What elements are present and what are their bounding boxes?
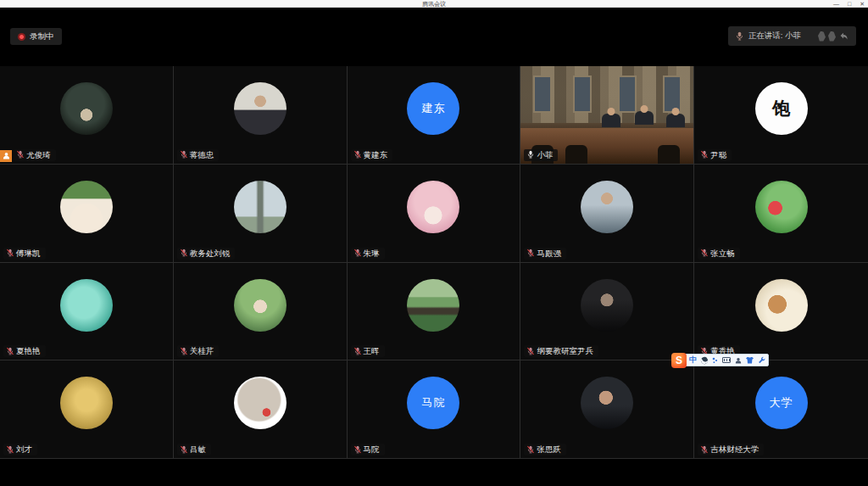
participant-tile[interactable]: 教务处刘锐 xyxy=(174,165,348,263)
muted-mic-icon xyxy=(701,445,708,454)
name-label: 纲要教研室尹兵 xyxy=(524,345,598,357)
video-chair xyxy=(658,145,680,164)
window-title: 腾讯会议 xyxy=(0,0,868,8)
name-label: 关桂芹 xyxy=(177,345,220,357)
avatar-initials: 马院 xyxy=(421,395,445,411)
participant-tile[interactable]: 饱 尹聪 xyxy=(694,66,868,165)
active-speaker-label: 正在讲话: 小菲 xyxy=(748,31,801,42)
participant-tile[interactable]: 夏艳艳 xyxy=(0,263,174,361)
wave-hand-icon xyxy=(828,31,836,42)
muted-mic-icon xyxy=(527,445,534,454)
skin-shirt-icon[interactable] xyxy=(746,357,754,364)
sogou-ime-toolbar[interactable]: S 中 xyxy=(674,354,769,366)
participant-name: 马殿强 xyxy=(537,249,561,258)
muted-mic-icon xyxy=(354,150,361,159)
participant-name: 吕敏 xyxy=(190,444,206,454)
undo-arrow-icon[interactable] xyxy=(838,31,849,42)
name-label: 刘才 xyxy=(3,444,37,455)
muted-mic-icon xyxy=(181,249,187,257)
avatar xyxy=(755,279,808,332)
participant-tile[interactable]: 张立畅 xyxy=(694,165,868,263)
participant-tile[interactable]: 刘才 xyxy=(0,360,174,459)
name-label: 朱琳 xyxy=(351,248,385,260)
avatar: 马院 xyxy=(407,377,459,429)
avatar: 饱 xyxy=(755,82,808,135)
minimize-button[interactable]: — xyxy=(833,0,839,8)
participant-tile[interactable]: 黄香艳 xyxy=(694,263,868,361)
participant-tile[interactable]: 张思跃 xyxy=(520,360,694,459)
video-room-window xyxy=(573,75,592,113)
moon-icon[interactable] xyxy=(700,355,709,365)
muted-mic-icon xyxy=(7,347,14,355)
mic-icon xyxy=(527,150,534,159)
name-label: 王晖 xyxy=(351,345,385,357)
participant-tile[interactable]: 吕敏 xyxy=(174,360,348,459)
recording-indicator[interactable]: 录制中 xyxy=(10,28,62,45)
muted-mic-icon xyxy=(181,445,187,454)
video-room-window xyxy=(533,75,552,113)
participant-name: 小菲 xyxy=(537,150,553,159)
voice-input-icon[interactable] xyxy=(712,357,718,364)
muted-mic-icon xyxy=(181,347,187,355)
avatar xyxy=(581,279,633,332)
participant-tile[interactable]: 关桂芹 xyxy=(174,263,348,361)
participant-tile[interactable]: 王晖 xyxy=(348,263,521,361)
keyboard-icon[interactable] xyxy=(722,357,731,363)
muted-mic-icon xyxy=(7,445,14,454)
name-label: 马殿强 xyxy=(524,248,566,260)
chinese-mode-icon[interactable]: 中 xyxy=(689,355,697,366)
participant-tile[interactable]: 尤俊琦 xyxy=(0,66,174,165)
avatar-initials: 饱 xyxy=(772,97,790,120)
meeting-topbar: 录制中 正在讲话: 小菲 xyxy=(0,8,868,66)
wave-hand-icon xyxy=(818,31,826,42)
participant-name: 蒋德忠 xyxy=(190,150,214,159)
window-titlebar: 腾讯会议 — □ ✕ xyxy=(0,0,868,8)
participant-name: 张思跃 xyxy=(537,444,561,454)
participant-name: 尹聪 xyxy=(710,150,726,159)
avatar-initials: 建东 xyxy=(421,101,445,116)
participant-tile[interactable]: 大学 吉林财经大学 xyxy=(694,360,868,459)
participant-tile[interactable]: 朱琳 xyxy=(348,165,521,263)
participant-tile[interactable]: 纲要教研室尹兵 xyxy=(520,263,694,361)
video-person xyxy=(602,114,620,127)
participant-name: 傅琳凯 xyxy=(16,249,41,258)
participant-name: 张立畅 xyxy=(710,249,735,258)
avatar xyxy=(234,279,287,332)
person-icon[interactable] xyxy=(735,357,742,364)
participant-name: 刘才 xyxy=(16,444,32,454)
active-speaker-indicator: 正在讲话: 小菲 xyxy=(728,26,856,46)
participant-tile[interactable]: 马院 马院 xyxy=(348,360,521,459)
window-controls: — □ ✕ xyxy=(833,0,865,8)
avatar xyxy=(60,181,113,233)
participant-tile-active-video[interactable]: 小菲 xyxy=(520,66,694,165)
speaker-mic-icon xyxy=(736,31,743,41)
name-label: 吉林财经大学 xyxy=(698,444,764,455)
maximize-button[interactable]: □ xyxy=(848,0,851,8)
avatar-initials: 大学 xyxy=(770,395,793,411)
close-button[interactable]: ✕ xyxy=(860,0,865,8)
avatar xyxy=(407,279,459,332)
participant-tile[interactable]: 蒋德忠 xyxy=(174,66,348,165)
wrench-icon[interactable] xyxy=(758,356,765,364)
participant-name: 夏艳艳 xyxy=(16,346,41,355)
participant-name: 教务处刘锐 xyxy=(190,249,231,258)
record-dot-icon xyxy=(18,33,25,41)
participant-name: 吉林财经大学 xyxy=(710,444,759,454)
recording-label: 录制中 xyxy=(30,31,54,42)
participant-grid: 尤俊琦 蒋德忠 建东 黄建东 xyxy=(0,66,868,459)
participant-tile[interactable]: 建东 黄建东 xyxy=(348,66,521,165)
name-label: 马院 xyxy=(351,444,385,455)
muted-mic-icon xyxy=(527,249,534,257)
participant-tile[interactable]: 马殿强 xyxy=(520,165,694,263)
participant-name: 黄建东 xyxy=(364,150,388,159)
avatar xyxy=(60,279,113,332)
name-label: 小菲 xyxy=(524,149,558,161)
sogou-logo-icon[interactable]: S xyxy=(671,353,687,368)
name-label: 蒋德忠 xyxy=(177,149,220,161)
name-label: 张思跃 xyxy=(524,444,566,455)
participant-tile[interactable]: 傅琳凯 xyxy=(0,165,174,263)
participant-name: 马院 xyxy=(364,444,380,454)
video-person xyxy=(666,114,685,127)
video-room-window xyxy=(663,75,682,113)
muted-mic-icon xyxy=(354,445,361,454)
